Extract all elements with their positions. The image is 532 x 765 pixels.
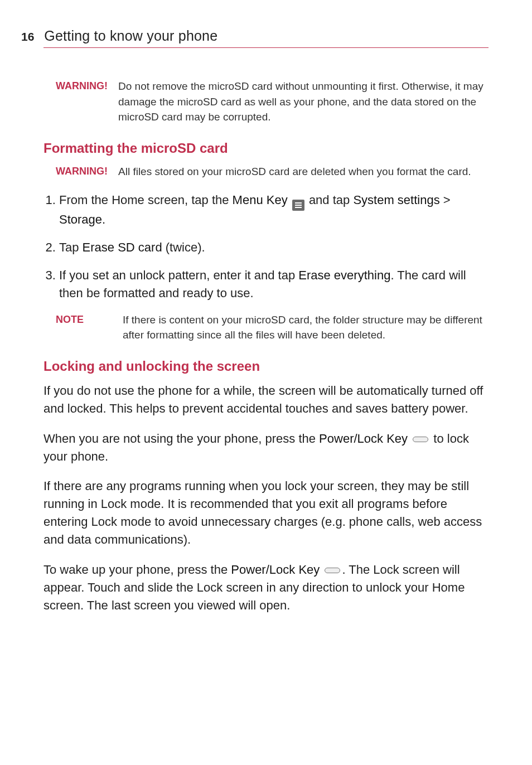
body-paragraph: If there are any programs running when y… <box>43 477 489 549</box>
step-2: Tap Erase SD card (twice). <box>59 239 489 256</box>
para-text: When you are not using the your phone, p… <box>43 432 319 446</box>
warning-text: Do not remove the microSD card without u… <box>118 79 489 125</box>
step-text: and tap <box>306 193 354 207</box>
warning-text: All files stored on your microSD card ar… <box>118 164 489 180</box>
ui-label-erase-everything: Erase everything <box>298 268 390 282</box>
ui-label-power-lock-key: Power/Lock Key <box>231 563 320 577</box>
section-heading-locking: Locking and unlocking the screen <box>43 359 489 374</box>
ui-label-storage: Storage <box>59 212 102 226</box>
step-text: Tap <box>59 240 83 254</box>
page-number: 16 <box>21 30 34 43</box>
note-text: If there is content on your microSD card… <box>123 312 489 343</box>
chapter-title: Getting to know your phone <box>44 28 217 44</box>
step-text: If you set an unlock pattern, enter it a… <box>59 268 298 282</box>
para-text: To wake up your phone, press the <box>43 563 231 577</box>
ui-label-power-lock-key: Power/Lock Key <box>319 432 408 446</box>
steps-list: From the Home screen, tap the Menu Key a… <box>43 191 489 302</box>
power-lock-key-icon <box>325 568 340 573</box>
ui-label-erase-sd: Erase SD card <box>83 240 162 254</box>
note-block-folder-structure: NOTE If there is content on your microSD… <box>56 312 489 343</box>
note-label: NOTE <box>56 312 123 343</box>
warning-label: WARNING! <box>56 79 118 125</box>
step-3: If you set an unlock pattern, enter it a… <box>59 267 489 302</box>
warning-block-format: WARNING! All files stored on your microS… <box>56 164 489 180</box>
warning-block-unmount: WARNING! Do not remove the microSD card … <box>56 79 489 125</box>
ui-label-menu-key: Menu Key <box>233 193 288 207</box>
step-text: From the Home screen, tap the <box>59 193 233 207</box>
section-heading-formatting: Formatting the microSD card <box>43 141 489 156</box>
manual-page: 16 Getting to know your phone WARNING! D… <box>0 0 532 765</box>
body-paragraph: When you are not using the your phone, p… <box>43 430 489 466</box>
menu-key-icon <box>292 200 304 211</box>
body-paragraph: To wake up your phone, press the Power/L… <box>43 561 489 614</box>
ui-label-system-settings: System settings <box>353 193 439 207</box>
running-header: 16 Getting to know your phone <box>43 28 489 48</box>
warning-label: WARNING! <box>56 164 118 180</box>
power-lock-key-icon <box>413 437 428 442</box>
body-paragraph: If you do not use the phone for a while,… <box>43 382 489 418</box>
step-text: > <box>440 193 451 207</box>
step-1: From the Home screen, tap the Menu Key a… <box>59 191 489 229</box>
step-text: (twice). <box>162 240 205 254</box>
step-text: . <box>102 212 105 226</box>
